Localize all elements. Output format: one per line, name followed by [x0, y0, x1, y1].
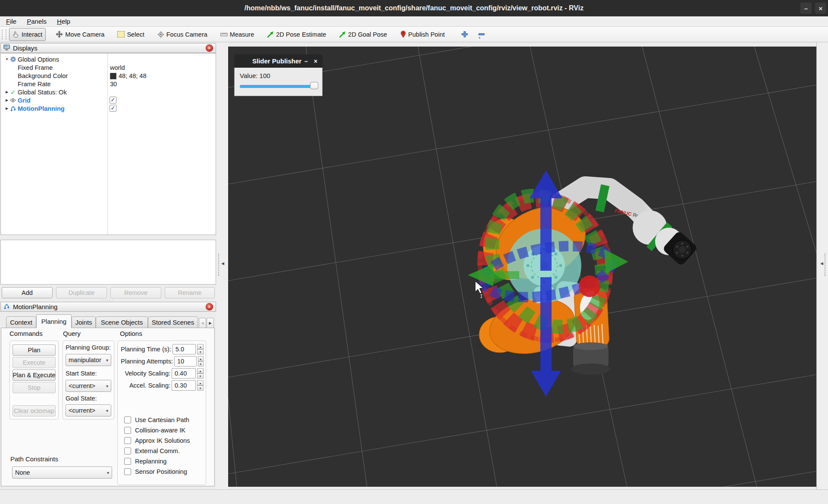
displays-panel-header[interactable]: Displays ×	[0, 43, 216, 53]
tree-label: Frame Rate	[18, 81, 51, 88]
tree-row-frame-rate[interactable]: Frame Rate	[1, 80, 51, 88]
duplicate-display-button[interactable]: Duplicate	[56, 287, 107, 298]
tree-row-background-color[interactable]: Background Color	[1, 72, 68, 80]
planning-attempts-input[interactable]: 10	[174, 356, 197, 366]
planning-time-spinner[interactable]: ▲▼	[197, 344, 204, 354]
tree-row-global-status[interactable]: ▶ ✓ Global Status: Ok	[1, 88, 67, 96]
menu-file[interactable]: File	[6, 18, 16, 25]
chevron-down-icon: ▾	[104, 384, 108, 388]
tree-row-grid[interactable]: ▶ Grid	[1, 96, 31, 104]
move-arrows-icon	[56, 31, 63, 38]
tool-publish-point[interactable]: Publish Point	[397, 28, 448, 41]
background-color-value[interactable]: 48; 48; 48	[110, 72, 147, 79]
collision-aware-ik-checkbox[interactable]: Collision-aware IK	[124, 427, 185, 434]
tool-select[interactable]: Select	[114, 28, 147, 41]
external-comm-checkbox[interactable]: External Comm.	[124, 448, 180, 454]
add-tool-button[interactable]	[458, 28, 471, 41]
start-state-dropdown[interactable]: <current> ▾	[66, 380, 111, 392]
panel-collapse-icon[interactable]: ◀	[820, 261, 823, 266]
tree-label: Global Options	[18, 56, 59, 63]
remove-display-button[interactable]: Remove	[110, 287, 161, 298]
spin-up-icon: ▲	[198, 356, 204, 361]
tree-row-motionplanning[interactable]: ▶ MotionPlanning	[1, 104, 65, 113]
velocity-scaling-input[interactable]: 0.40	[172, 368, 196, 379]
menu-panels[interactable]: Panels	[27, 18, 47, 25]
planning-group-dropdown[interactable]: manipulator ▾	[66, 354, 111, 366]
tab-scene-objects[interactable]: Scene Objects	[96, 316, 148, 328]
frame-rate-value[interactable]: 30	[110, 81, 117, 88]
options-section-label: Options	[120, 330, 142, 337]
slider-close-button[interactable]: ×	[314, 58, 317, 65]
tool-options-dropdown-arrow[interactable]: ▾	[479, 36, 480, 40]
path-constraints-label: Path Constraints	[10, 455, 58, 463]
tab-scroll-left-button[interactable]: ◀	[199, 318, 206, 329]
slider-publisher-titlebar[interactable]: Slider Publisher – ×	[234, 54, 323, 68]
velocity-scaling-spinner[interactable]: ▲▼	[197, 368, 204, 379]
tab-joints[interactable]: Joints	[72, 316, 96, 328]
robot-base	[571, 342, 610, 375]
stop-button[interactable]: Stop	[13, 382, 56, 393]
interact-hand-icon	[13, 31, 19, 38]
plan-and-execute-button[interactable]: Plan & Execute	[13, 369, 56, 381]
add-display-button[interactable]: Add	[2, 287, 53, 298]
window-titlebar[interactable]: /home/nbb/ws_fanuc/install/fanuc_moveit_…	[0, 0, 828, 16]
status-ok-check-icon: ✓	[9, 89, 16, 96]
tree-row-fixed-frame[interactable]: Fixed Frame	[1, 63, 53, 72]
accel-scaling-input[interactable]: 0.30	[172, 380, 196, 391]
plan-button[interactable]: Plan	[13, 344, 56, 356]
grid-enabled-checkbox[interactable]: ✓	[110, 97, 116, 103]
tab-context[interactable]: Context	[6, 316, 36, 328]
sensor-positioning-checkbox[interactable]: Sensor Positioning	[124, 468, 187, 475]
green-arrow-icon	[339, 31, 346, 38]
tab-planning[interactable]: Planning	[36, 314, 72, 328]
tool-2d-goal-pose[interactable]: 2D Goal Pose	[336, 28, 390, 41]
tab-scroll-right-button[interactable]: ▶	[207, 318, 214, 329]
tool-2d-pose-estimate[interactable]: 2D Pose Estimate	[264, 28, 329, 41]
tool-focus-camera[interactable]: Focus Camera	[154, 28, 210, 41]
expander-closed-icon[interactable]: ▶	[4, 90, 9, 94]
replanning-checkbox[interactable]: Replanning	[124, 458, 166, 465]
slider-publisher-body: Value: 100	[234, 68, 323, 96]
rename-display-button[interactable]: Rename	[165, 287, 215, 298]
accel-scaling-spinner[interactable]: ▲▼	[197, 380, 204, 391]
tool-measure[interactable]: Measure	[217, 28, 257, 41]
goal-state-dropdown[interactable]: <current> ▾	[66, 404, 111, 416]
left-panel-splitter[interactable]: ◀	[216, 42, 228, 489]
slider-minimize-button[interactable]: –	[304, 58, 308, 65]
tool-move-camera[interactable]: Move Camera	[53, 28, 107, 41]
execute-button[interactable]: Execute	[13, 357, 56, 368]
tool-interact[interactable]: Interact	[9, 28, 46, 41]
tab-stored-scenes[interactable]: Stored Scenes	[148, 316, 198, 328]
tree-row-global-options[interactable]: ▼ Global Options	[1, 55, 59, 63]
motionplanning-close-button[interactable]: ×	[206, 303, 213, 310]
motionplanning-enabled-checkbox[interactable]: ✓	[110, 105, 116, 112]
planning-group-label: Planning Group:	[66, 344, 111, 351]
tree-column-divider[interactable]	[107, 53, 108, 235]
fixed-frame-value[interactable]: world	[110, 64, 125, 71]
menu-help[interactable]: Help	[57, 18, 70, 25]
expander-closed-icon[interactable]: ▶	[4, 106, 9, 110]
displays-tree[interactable]: ▼ Global Options Fixed Frame world Backg…	[0, 53, 216, 235]
path-constraints-dropdown[interactable]: None ▾	[12, 466, 112, 479]
planning-attempts-spinner[interactable]: ▲▼	[198, 356, 204, 366]
planning-time-input[interactable]: 5.0	[172, 344, 196, 354]
toolbar-drag-handle[interactable]	[2, 29, 6, 40]
tree-label: MotionPlanning	[18, 105, 65, 112]
slider-handle[interactable]	[310, 82, 318, 89]
approx-ik-solutions-checkbox[interactable]: Approx IK Solutions	[124, 437, 190, 444]
panel-collapse-icon[interactable]: ◀	[221, 261, 224, 266]
remove-tool-button[interactable]: ▾	[475, 28, 488, 41]
use-cartesian-path-checkbox[interactable]: Use Cartesian Path	[124, 416, 189, 423]
3d-viewport[interactable]: FANUC Robot CRX	[228, 47, 816, 487]
plus-icon	[461, 31, 468, 38]
expander-open-icon[interactable]: ▼	[4, 57, 9, 61]
spin-up-icon: ▲	[197, 368, 204, 373]
expander-closed-icon[interactable]: ▶	[4, 98, 9, 102]
motionplanning-panel-header[interactable]: MotionPlanning ×	[0, 302, 216, 312]
window-close-button[interactable]: ×	[815, 3, 826, 14]
window-minimize-button[interactable]: –	[800, 3, 812, 14]
clear-octomap-button[interactable]: Clear octomap	[13, 405, 56, 416]
displays-close-button[interactable]: ×	[206, 44, 213, 52]
right-panel-splitter[interactable]: ◀	[816, 42, 828, 489]
slider-track[interactable]	[240, 85, 318, 88]
